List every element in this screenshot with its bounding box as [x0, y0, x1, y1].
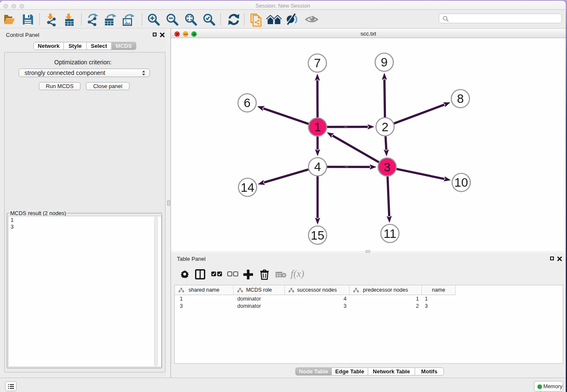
svg-text:6: 6 [244, 96, 250, 110]
svg-text:10: 10 [454, 176, 468, 189]
svg-text:7: 7 [314, 56, 321, 70]
svg-text:11: 11 [383, 227, 396, 240]
svg-text:1: 1 [314, 120, 321, 134]
svg-text:4: 4 [314, 160, 321, 174]
svg-text:15: 15 [311, 229, 324, 242]
svg-text:9: 9 [381, 55, 388, 69]
svg-text:8: 8 [457, 92, 464, 105]
svg-text:3: 3 [384, 160, 391, 174]
svg-text:14: 14 [241, 181, 254, 194]
svg-text:2: 2 [382, 120, 388, 134]
